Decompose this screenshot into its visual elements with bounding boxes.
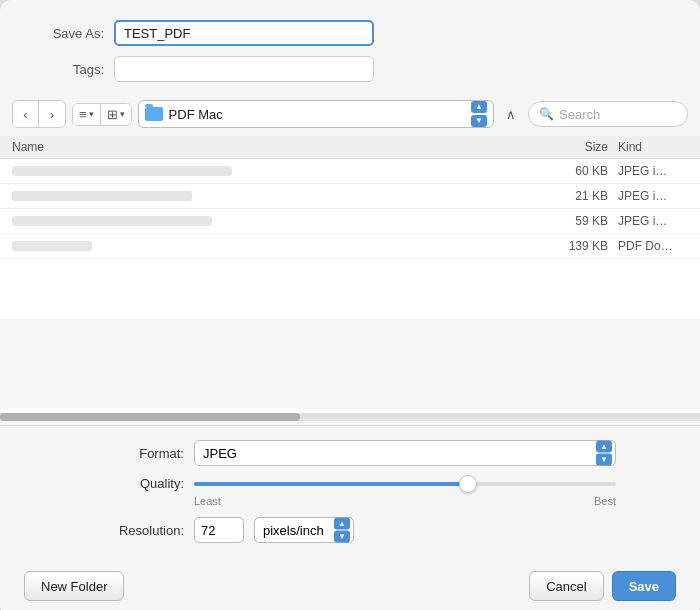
resolution-label: Resolution: [84, 523, 184, 538]
file-name-blur [12, 166, 232, 176]
search-box[interactable]: 🔍 Search [528, 101, 688, 127]
grid-view-icon: ⊞ [107, 107, 118, 122]
slider-thumb[interactable] [459, 475, 477, 493]
file-size: 21 KB [528, 189, 608, 203]
top-section: Save As: Tags: [0, 0, 700, 82]
file-name-col [12, 166, 528, 176]
file-name-col [12, 241, 528, 251]
list-view-button[interactable]: ≡ ▾ [73, 104, 101, 125]
save-as-row: Save As: [24, 20, 676, 46]
new-folder-button[interactable]: New Folder [24, 571, 124, 601]
file-size: 59 KB [528, 214, 608, 228]
slider-track [194, 482, 616, 486]
folder-icon [145, 107, 163, 121]
file-row[interactable]: 60 KB JPEG i… [0, 159, 700, 184]
quality-label: Quality: [84, 476, 184, 491]
slider-fill [194, 482, 468, 486]
list-view-arrow: ▾ [89, 109, 94, 119]
file-kind: JPEG i… [608, 164, 688, 178]
file-row[interactable]: 59 KB JPEG i… [0, 209, 700, 234]
file-name-blur [12, 241, 92, 251]
expand-button[interactable]: ∧ [500, 103, 522, 125]
cancel-button[interactable]: Cancel [529, 571, 603, 601]
unit-down-arrow: ▼ [334, 531, 350, 543]
format-select[interactable]: JPEG PNG TIFF [194, 440, 616, 466]
save-dialog: Save As: Tags: ‹ › ≡ ▾ ⊞ ▾ PDF Mac [0, 0, 700, 610]
file-row[interactable]: 21 KB JPEG i… [0, 184, 700, 209]
back-button[interactable]: ‹ [13, 101, 39, 127]
file-size: 139 KB [528, 239, 608, 253]
unit-select-wrapper: pixels/inch pixels/cm ▲ ▼ [254, 517, 354, 543]
col-name-header: Name [12, 140, 528, 154]
file-name-blur [12, 191, 192, 201]
file-list-header: Name Size Kind [0, 136, 700, 159]
file-size: 60 KB [528, 164, 608, 178]
bottom-section: Format: JPEG PNG TIFF ▲ ▼ Quality: [0, 425, 700, 557]
save-as-label: Save As: [24, 26, 114, 41]
file-kind: JPEG i… [608, 214, 688, 228]
resolution-row: Resolution: pixels/inch pixels/cm ▲ ▼ [84, 517, 616, 543]
search-icon: 🔍 [539, 107, 554, 121]
resolution-input[interactable] [194, 517, 244, 543]
empty-file-area [0, 319, 700, 409]
file-list-section: Name Size Kind 60 KB JPEG i… 21 KB JPEG … [0, 136, 700, 421]
file-name-col [12, 191, 528, 201]
grid-view-button[interactable]: ⊞ ▾ [101, 104, 131, 125]
col-kind-header: Kind [608, 140, 688, 154]
format-down-arrow: ▼ [596, 454, 612, 466]
location-up-arrow: ▲ [471, 101, 487, 113]
tags-input[interactable] [114, 56, 374, 82]
location-text: PDF Mac [169, 107, 465, 122]
file-list: 60 KB JPEG i… 21 KB JPEG i… 59 KB JPEG i… [0, 159, 700, 319]
list-view-icon: ≡ [79, 107, 87, 122]
tags-row: Tags: [24, 56, 676, 82]
file-kind: JPEG i… [608, 189, 688, 203]
unit-select-arrows: ▲ ▼ [334, 518, 350, 543]
format-up-arrow: ▲ [596, 441, 612, 453]
options-area: Format: JPEG PNG TIFF ▲ ▼ Quality: [24, 440, 676, 543]
file-name-col [12, 216, 528, 226]
slider-labels: Least Best [84, 495, 616, 507]
save-button[interactable]: Save [612, 571, 676, 601]
search-placeholder-text: Search [559, 107, 600, 122]
format-select-wrapper: JPEG PNG TIFF ▲ ▼ [194, 440, 616, 466]
view-group: ≡ ▾ ⊞ ▾ [72, 103, 132, 126]
nav-group: ‹ › [12, 100, 66, 128]
quality-best-label: Best [594, 495, 616, 507]
forward-button[interactable]: › [39, 101, 65, 127]
quality-least-label: Least [194, 495, 221, 507]
tags-label: Tags: [24, 62, 114, 77]
format-label: Format: [84, 446, 184, 461]
scroll-thumb[interactable] [0, 413, 300, 421]
toolbar: ‹ › ≡ ▾ ⊞ ▾ PDF Mac ▲ ▼ ∧ 🔍 Search [0, 92, 700, 136]
unit-up-arrow: ▲ [334, 518, 350, 530]
format-select-arrows: ▲ ▼ [596, 441, 612, 466]
action-buttons: Cancel Save [529, 571, 676, 601]
location-down-arrow: ▼ [471, 115, 487, 127]
quality-row: Quality: [84, 476, 616, 491]
grid-view-arrow: ▾ [120, 109, 125, 119]
file-kind: PDF Do… [608, 239, 688, 253]
scroll-track [0, 413, 700, 421]
file-row[interactable]: 139 KB PDF Do… [0, 234, 700, 259]
location-bar[interactable]: PDF Mac ▲ ▼ [138, 100, 494, 128]
save-as-input[interactable] [114, 20, 374, 46]
format-row: Format: JPEG PNG TIFF ▲ ▼ [84, 440, 616, 466]
button-bar: New Folder Cancel Save [0, 557, 700, 610]
col-size-header: Size [528, 140, 608, 154]
file-name-blur [12, 216, 212, 226]
